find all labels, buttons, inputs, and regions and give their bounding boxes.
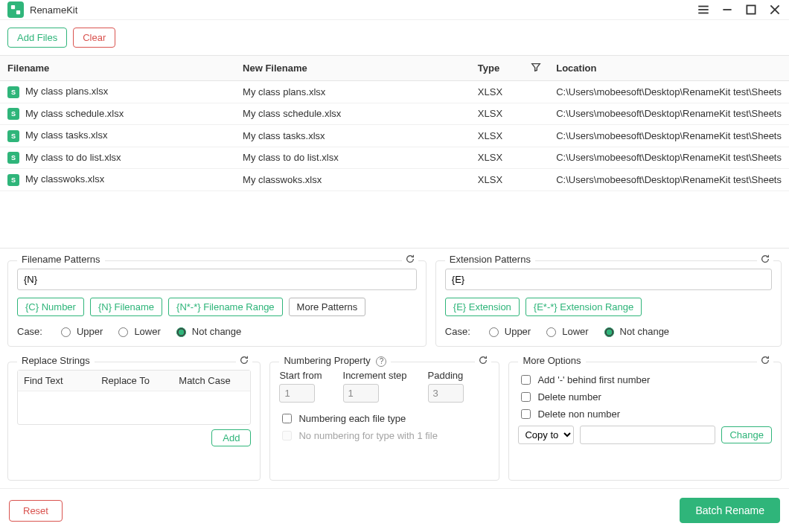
table-row[interactable]: SMy class schedule.xlsxMy class schedule… — [0, 103, 789, 125]
col-type[interactable]: Type — [470, 56, 549, 81]
spreadsheet-icon: S — [7, 108, 19, 120]
svg-rect-1 — [16, 10, 20, 14]
panel-title: Filename Patterns — [17, 254, 105, 265]
numbering-each-type-label: Numbering each file type — [298, 413, 406, 424]
change-path-button[interactable]: Change — [721, 426, 772, 443]
add-dash-label: Add '-' behind first number — [537, 374, 650, 385]
svg-rect-6 — [747, 5, 755, 13]
titlebar: RenameKit — [0, 0, 789, 20]
case-lower[interactable]: Lower — [115, 325, 160, 337]
panel-title: More Options — [518, 355, 585, 366]
delete-non-number-checkbox[interactable] — [521, 409, 531, 419]
refresh-icon[interactable] — [475, 355, 491, 368]
filename-patterns-panel: Filename Patterns {C} Number {N} Filenam… — [7, 260, 427, 347]
table-row[interactable]: SMy classwoks.xlsxMy classwoks.xlsxXLSXC… — [0, 169, 789, 191]
table-row[interactable]: SMy class plans.xlsxMy class plans.xlsxX… — [0, 81, 789, 103]
spreadsheet-icon: S — [7, 86, 19, 98]
start-from-input[interactable] — [279, 384, 315, 403]
panel-title: Replace Strings — [17, 355, 95, 366]
table-row[interactable]: SMy class to do list.xlsxMy class to do … — [0, 147, 789, 169]
numbering-panel: Numbering Property ? Start from Incremen… — [269, 362, 499, 481]
toolbar: Add Files Clear — [0, 20, 789, 55]
chip-e-extension[interactable]: {E} Extension — [445, 298, 520, 316]
chip-e-range[interactable]: {E*-*} Extension Range — [526, 298, 642, 316]
increment-label: Increment step — [343, 370, 407, 381]
close-icon[interactable] — [768, 3, 782, 16]
case-label: Case: — [445, 326, 470, 337]
col-location[interactable]: Location — [549, 56, 789, 81]
maximize-icon[interactable] — [744, 3, 758, 16]
svg-rect-0 — [11, 5, 15, 9]
replace-strings-panel: Replace Strings Find Text Replace To Mat… — [7, 362, 261, 481]
footer: Reset Batch Rename — [0, 488, 789, 532]
delete-non-number-label: Delete non number — [537, 408, 620, 420]
delete-number-checkbox[interactable] — [521, 392, 531, 402]
case-upper[interactable]: Upper — [485, 325, 531, 337]
increment-input[interactable] — [343, 384, 379, 403]
spreadsheet-icon: S — [7, 152, 19, 164]
menu-icon[interactable] — [697, 3, 710, 16]
chip-c-number[interactable]: {C} Number — [17, 298, 84, 316]
col-replace-to: Replace To — [95, 371, 173, 391]
padding-input[interactable] — [428, 384, 464, 403]
clear-button[interactable]: Clear — [73, 28, 115, 48]
chip-n-range[interactable]: {N*-*} Filename Range — [168, 298, 283, 316]
filename-pattern-input[interactable] — [17, 269, 417, 290]
copy-path-input[interactable] — [580, 426, 715, 444]
case-not-change[interactable]: Not change — [173, 325, 242, 337]
help-icon[interactable]: ? — [376, 356, 386, 367]
chip-more-patterns[interactable]: More Patterns — [289, 298, 366, 316]
col-new-filename[interactable]: New Filename — [235, 56, 470, 81]
delete-number-label: Delete number — [537, 391, 601, 403]
extension-pattern-input[interactable] — [445, 269, 772, 290]
replace-table: Find Text Replace To Match Case — [17, 370, 251, 425]
add-replace-button[interactable]: Add — [211, 429, 251, 446]
spreadsheet-icon: S — [7, 130, 19, 142]
col-filename[interactable]: Filename — [0, 56, 235, 81]
chip-n-filename[interactable]: {N} Filename — [90, 298, 162, 316]
spreadsheet-icon: S — [7, 174, 19, 186]
batch-rename-button[interactable]: Batch Rename — [680, 498, 780, 523]
refresh-icon[interactable] — [757, 355, 773, 368]
app-title: RenameKit — [30, 4, 697, 16]
copy-to-select[interactable]: Copy to — [518, 426, 574, 444]
numbering-each-type-checkbox[interactable] — [282, 414, 292, 423]
app-icon — [7, 1, 24, 18]
refresh-icon[interactable] — [236, 355, 252, 368]
add-dash-checkbox[interactable] — [521, 375, 531, 385]
case-upper[interactable]: Upper — [57, 325, 103, 337]
case-not-change[interactable]: Not change — [601, 325, 670, 337]
filter-icon[interactable] — [531, 62, 541, 74]
minimize-icon[interactable] — [721, 3, 734, 16]
add-files-button[interactable]: Add Files — [7, 28, 67, 48]
case-label: Case: — [17, 326, 42, 337]
file-table: Filename New Filename Type Location SMy … — [0, 55, 789, 249]
col-match-case: Match Case — [173, 371, 250, 391]
refresh-icon[interactable] — [402, 254, 418, 266]
table-row[interactable]: SMy class tasks.xlsxMy class tasks.xlsxX… — [0, 125, 789, 147]
col-find-text: Find Text — [18, 371, 95, 391]
padding-label: Padding — [428, 370, 464, 381]
more-options-panel: More Options Add '-' behind first number… — [508, 362, 782, 481]
no-numbering-single-checkbox — [282, 431, 292, 440]
start-from-label: Start from — [279, 370, 322, 381]
panel-title: Numbering Property ? — [279, 355, 391, 367]
reset-button[interactable]: Reset — [9, 500, 63, 522]
panel-title: Extension Patterns — [445, 254, 535, 265]
refresh-icon[interactable] — [757, 254, 773, 266]
no-numbering-single-label: No numbering for type with 1 file — [298, 430, 437, 441]
extension-patterns-panel: Extension Patterns {E} Extension {E*-*} … — [435, 260, 782, 347]
case-lower[interactable]: Lower — [543, 325, 588, 337]
